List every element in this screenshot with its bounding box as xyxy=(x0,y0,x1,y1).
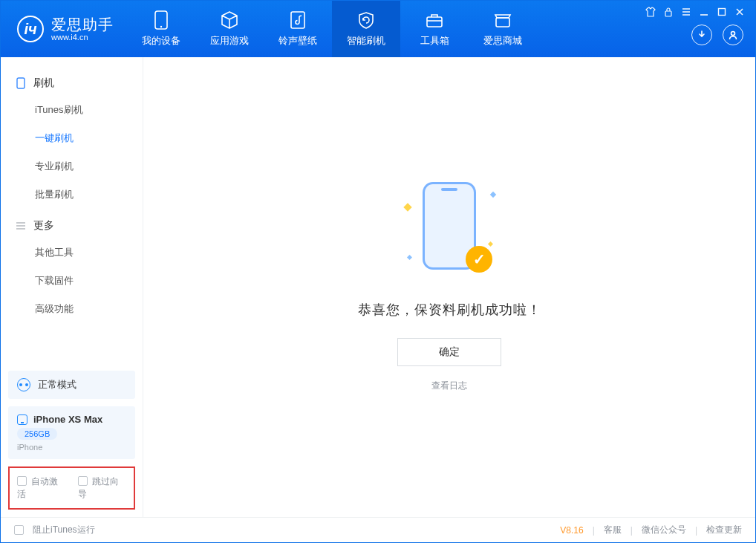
shirt-icon[interactable] xyxy=(645,7,656,17)
sidebar-item-oneclick-flash[interactable]: 一键刷机 xyxy=(1,124,143,152)
user-icon[interactable] xyxy=(723,25,743,45)
spark-icon xyxy=(490,192,496,198)
main-nav: 我的设备 应用游戏 铃声壁纸 智能刷机 工具箱 爱思商城 xyxy=(127,1,537,57)
cube-icon xyxy=(220,10,239,30)
mode-icon xyxy=(17,378,30,391)
header: iч 爱思助手 www.i4.cn 我的设备 应用游戏 铃声壁纸 智能刷机 xyxy=(1,1,755,57)
device-mode-label: 正常模式 xyxy=(38,378,76,391)
device-name: iPhone XS Max xyxy=(33,414,102,425)
main-content: ✓ 恭喜您，保资料刷机成功啦！ 确定 查看日志 xyxy=(143,57,755,517)
sidebar-section-flash: 刷机 iTunes刷机 一键刷机 专业刷机 批量刷机 xyxy=(1,71,143,213)
wechat-link[interactable]: 微信公众号 xyxy=(642,524,686,536)
music-file-icon xyxy=(288,10,307,30)
block-itunes-label[interactable]: 阻止iTunes运行 xyxy=(33,524,95,536)
sidebar-header-flash[interactable]: 刷机 xyxy=(1,71,143,96)
version-label: V8.16 xyxy=(560,525,583,536)
svg-rect-8 xyxy=(17,78,25,88)
device-type-label: iPhone xyxy=(17,443,126,452)
svg-rect-6 xyxy=(719,9,726,16)
svg-rect-2 xyxy=(291,12,304,28)
device-pane: 正常模式 iPhone XS Max 256GB iPhone 自动激活 跳过向… xyxy=(1,371,143,517)
phone-small-icon xyxy=(16,78,26,88)
sidebar-item-pro-flash[interactable]: 专业刷机 xyxy=(1,152,143,181)
titlebar-controls xyxy=(645,7,745,17)
nav-ringtones-wallpapers[interactable]: 铃声壁纸 xyxy=(264,1,332,57)
nav-my-device[interactable]: 我的设备 xyxy=(127,1,195,57)
sidebar-header-more[interactable]: 更多 xyxy=(1,213,143,238)
close-icon[interactable] xyxy=(734,7,745,17)
option-auto-activate[interactable]: 自动激活 xyxy=(17,475,66,501)
checkbox-icon[interactable] xyxy=(78,476,88,486)
spark-icon xyxy=(407,255,412,260)
nav-label: 应用游戏 xyxy=(210,34,249,48)
nav-label: 工具箱 xyxy=(420,34,449,48)
view-log-link[interactable]: 查看日志 xyxy=(431,380,467,392)
device-storage-badge: 256GB xyxy=(17,428,57,440)
nav-label: 我的设备 xyxy=(142,34,180,48)
download-icon[interactable] xyxy=(691,25,712,45)
check-badge-icon: ✓ xyxy=(466,246,492,273)
checkbox-icon[interactable] xyxy=(17,476,27,486)
store-icon xyxy=(493,10,512,30)
success-message: 恭喜您，保资料刷机成功啦！ xyxy=(358,301,541,319)
toolbox-icon xyxy=(425,10,444,30)
body: 刷机 iTunes刷机 一键刷机 专业刷机 批量刷机 更多 其他工具 下载固件 … xyxy=(1,57,755,517)
nav-smart-flash[interactable]: 智能刷机 xyxy=(332,1,400,57)
refresh-shield-icon xyxy=(356,10,376,30)
nav-store[interactable]: 爱思商城 xyxy=(469,1,537,57)
sidebar-section-more: 更多 其他工具 下载固件 高级功能 xyxy=(1,213,143,328)
minimize-icon[interactable] xyxy=(699,7,709,17)
device-mode-row[interactable]: 正常模式 xyxy=(8,371,135,399)
lock-icon[interactable] xyxy=(663,7,674,17)
support-link[interactable]: 客服 xyxy=(604,524,622,536)
nav-toolbox[interactable]: 工具箱 xyxy=(400,1,469,57)
spark-icon xyxy=(403,203,411,211)
svg-point-7 xyxy=(731,32,735,36)
menu-icon[interactable] xyxy=(681,7,691,17)
sidebar-item-other-tools[interactable]: 其他工具 xyxy=(1,238,143,267)
device-info-row[interactable]: iPhone XS Max 256GB iPhone xyxy=(8,406,135,459)
nav-label: 智能刷机 xyxy=(347,34,385,48)
nav-label: 爱思商城 xyxy=(483,34,522,48)
logo[interactable]: iч 爱思助手 www.i4.cn xyxy=(1,1,127,57)
options-row: 自动激活 跳过向导 xyxy=(8,466,135,510)
app-name: 爱思助手 xyxy=(51,16,114,33)
sidebar-item-advanced[interactable]: 高级功能 xyxy=(1,295,143,323)
logo-icon: iч xyxy=(17,16,44,42)
checkbox-icon[interactable] xyxy=(14,525,24,535)
sidebar: 刷机 iTunes刷机 一键刷机 专业刷机 批量刷机 更多 其他工具 下载固件 … xyxy=(1,57,143,517)
list-icon xyxy=(16,221,26,231)
nav-apps-games[interactable]: 应用游戏 xyxy=(195,1,264,57)
header-right-actions xyxy=(691,25,743,45)
check-update-link[interactable]: 检查更新 xyxy=(706,524,742,536)
nav-label: 铃声壁纸 xyxy=(278,34,317,48)
footer: 阻止iTunes运行 V8.16 | 客服 | 微信公众号 | 检查更新 xyxy=(1,517,755,542)
ok-button[interactable]: 确定 xyxy=(397,338,501,366)
logo-text: 爱思助手 www.i4.cn xyxy=(51,16,114,42)
svg-rect-3 xyxy=(427,17,442,27)
sidebar-item-download-firmware[interactable]: 下载固件 xyxy=(1,267,143,295)
svg-point-1 xyxy=(160,26,162,27)
svg-rect-4 xyxy=(496,18,509,27)
sidebar-item-batch-flash[interactable]: 批量刷机 xyxy=(1,181,143,209)
device-icon xyxy=(151,10,171,30)
svg-rect-5 xyxy=(665,11,671,16)
app-url: www.i4.cn xyxy=(51,33,114,42)
spark-icon xyxy=(488,241,493,247)
sidebar-item-itunes-flash[interactable]: iTunes刷机 xyxy=(1,96,143,124)
sidebar-header-label: 更多 xyxy=(33,219,54,233)
sidebar-header-label: 刷机 xyxy=(33,77,54,90)
phone-mini-icon xyxy=(17,414,27,425)
app-window: iч 爱思助手 www.i4.cn 我的设备 应用游戏 铃声壁纸 智能刷机 xyxy=(0,0,756,543)
maximize-icon[interactable] xyxy=(717,7,727,17)
option-skip-guide[interactable]: 跳过向导 xyxy=(78,475,127,501)
success-illustration: ✓ xyxy=(390,182,509,279)
